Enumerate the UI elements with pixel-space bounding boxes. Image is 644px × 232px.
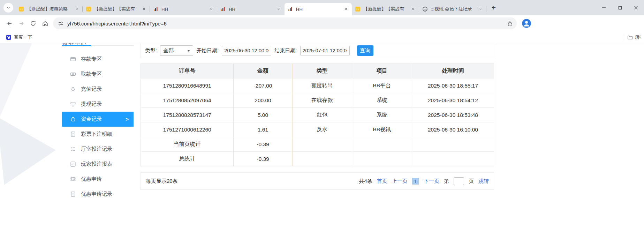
sidebar-item-player-bet-report[interactable]: 玩家投注报表 — [62, 157, 134, 172]
sidebar-item-lottery-bet-detail[interactable]: 彩票下注明细 — [62, 127, 134, 142]
active-tab-underline — [62, 45, 91, 46]
profile-avatar[interactable] — [522, 18, 531, 28]
chevron-right-icon: > — [126, 116, 129, 122]
end-date-label: 结束日期: — [274, 47, 297, 54]
cell-empty — [292, 137, 352, 152]
cell-order-no: 1751280852097064 — [141, 93, 234, 108]
funds-record-table: 订单号 金额 类型 项目 处理时间 1751280916648991 -207.… — [141, 63, 494, 166]
sidebar-item-label: 优惠申请 — [81, 176, 102, 182]
tab-title: 【新提醒】【实战有 — [363, 6, 408, 12]
droplet-icon — [70, 86, 76, 92]
start-date-input[interactable] — [222, 46, 271, 55]
page-content: 财务中心 存款专区 取款专区 充值记录 提现记录 资金记录 — [0, 43, 644, 232]
table-row-page-total: 当前页统计 -0.39 — [141, 137, 494, 152]
tab-title: :::视讯 会员下注纪录 — [431, 6, 476, 12]
first-page-link[interactable]: 首页 — [377, 178, 387, 185]
pagination-bar: 每页显示20条 共4条 首页 上一页 1 下一页 第 页 跳转 — [141, 172, 494, 190]
sidebar-item-label: 资金记录 — [81, 116, 102, 122]
cell-amount: -207.00 — [234, 78, 292, 93]
money-bag-icon — [70, 116, 76, 122]
sidebar-menu: 存款专区 取款专区 充值记录 提现记录 资金记录 > 彩票下注明 — [62, 52, 134, 197]
maximize-button[interactable] — [612, 0, 628, 15]
sidebar-item-withdrawal-record[interactable]: 提现记录 — [62, 97, 134, 112]
tab-search-button[interactable] — [3, 3, 13, 13]
bookmark-baidu[interactable]: 百度一下 — [3, 33, 35, 42]
new-tab-button[interactable]: + — [488, 2, 499, 13]
site-icon — [153, 6, 159, 12]
site-controls-icon[interactable] — [58, 21, 64, 27]
type-label: 类型: — [145, 47, 157, 54]
back-button[interactable] — [3, 17, 15, 29]
chat-icon — [355, 6, 361, 12]
close-button[interactable] — [628, 0, 644, 15]
sidebar-item-deposit-zone[interactable]: 存款专区 — [62, 52, 134, 67]
document-icon — [70, 131, 76, 137]
cell-order-no: 1751271000612260 — [141, 122, 234, 137]
jump-suffix-label: 页 — [469, 178, 474, 185]
tab-close-icon[interactable] — [477, 6, 483, 12]
column-header-project: 项目 — [352, 64, 412, 78]
bookmarks-bar: 百度一下 所有书签 — [0, 31, 644, 43]
sidebar-item-promo-apply[interactable]: 优惠申请 — [62, 172, 134, 187]
column-header-amount: 金额 — [234, 64, 292, 78]
minimize-button[interactable] — [596, 0, 612, 15]
browser-tab-5-active[interactable]: HH — [285, 3, 352, 15]
url-text[interactable]: yl756.com/hhcp/usercenter.html?iniType=6 — [67, 21, 501, 27]
bar-chart-icon — [70, 161, 76, 167]
tab-title: 【新提醒】海燕策略 — [27, 6, 72, 12]
browser-tab-3[interactable]: HH — [150, 3, 217, 15]
tab-close-icon[interactable] — [343, 6, 349, 12]
bank-card-icon — [70, 56, 76, 62]
sidebar-header: 财务中心 — [62, 43, 134, 46]
table-header-row: 订单号 金额 类型 项目 处理时间 — [141, 64, 494, 78]
column-header-order-no: 订单号 — [141, 64, 234, 78]
home-button[interactable] — [39, 17, 51, 29]
address-bar[interactable]: yl756.com/hhcp/usercenter.html?iniType=6 — [53, 17, 517, 29]
tab-close-icon[interactable] — [208, 6, 214, 12]
bookmark-star-icon[interactable] — [505, 18, 515, 28]
tab-close-icon[interactable] — [275, 6, 281, 12]
bookmark-label: 百度一下 — [14, 34, 32, 40]
cell-process-time: 2025-06-30 18:53:48 — [412, 108, 494, 122]
tab-close-icon[interactable] — [410, 6, 416, 12]
browser-tab-6[interactable]: 【新提醒】【实战有 — [352, 3, 419, 15]
browser-tab-4[interactable]: HH — [217, 3, 285, 15]
tab-close-icon[interactable] — [141, 6, 147, 12]
sidebar-item-promo-apply-record[interactable]: 优惠申请记录 — [62, 187, 134, 197]
tab-close-icon[interactable] — [74, 6, 79, 12]
type-select[interactable]: 全部 — [160, 45, 193, 56]
browser-tab-1[interactable]: 【新提醒】海燕策略 — [15, 3, 83, 15]
sidebar-item-hall-bet-record[interactable]: 厅室投注记录 — [62, 142, 134, 157]
next-page-link[interactable]: 下一页 — [424, 178, 439, 185]
browser-tab-7[interactable]: :::视讯 会员下注纪录 — [419, 3, 486, 15]
document-record-icon — [70, 191, 76, 197]
decor-triangle — [0, 43, 32, 117]
sidebar-item-funds-record[interactable]: 资金记录 > — [62, 112, 134, 127]
sidebar-item-label: 取款专区 — [81, 71, 102, 77]
prev-page-link[interactable]: 上一页 — [392, 178, 408, 185]
site-icon — [220, 6, 226, 12]
cell-process-time: 2025-06-30 18:55:17 — [412, 78, 494, 93]
sidebar-item-withdraw-zone[interactable]: 取款专区 — [62, 67, 134, 82]
jump-link[interactable]: 跳转 — [478, 178, 489, 185]
tab-title: HH — [161, 7, 206, 12]
sidebar-item-label: 存款专区 — [81, 56, 102, 62]
sidebar-item-recharge-record[interactable]: 充值记录 — [62, 82, 134, 97]
cell-label: 总统计 — [141, 152, 234, 166]
cell-empty — [292, 152, 352, 166]
tab-title: 【新提醒】【实战有 — [94, 6, 139, 12]
all-bookmarks-button[interactable]: 所有书签 — [627, 34, 641, 40]
column-header-type: 类型 — [292, 64, 352, 78]
cell-project: 系统 — [352, 108, 412, 122]
page-number-input[interactable] — [454, 177, 464, 185]
cell-type: 在线存款 — [292, 93, 352, 108]
chevron-down-icon — [6, 6, 10, 10]
end-date-input[interactable] — [300, 46, 350, 55]
query-button[interactable]: 查询 — [357, 45, 373, 56]
browser-tab-2[interactable]: 【新提醒】【实战有 — [83, 3, 150, 15]
cell-label: 当前页统计 — [141, 137, 234, 152]
bookmarks-bar-right: 所有书签 — [621, 34, 641, 40]
forward-button[interactable] — [15, 17, 27, 29]
tab-title: HH — [229, 7, 274, 12]
reload-button[interactable] — [27, 17, 39, 29]
